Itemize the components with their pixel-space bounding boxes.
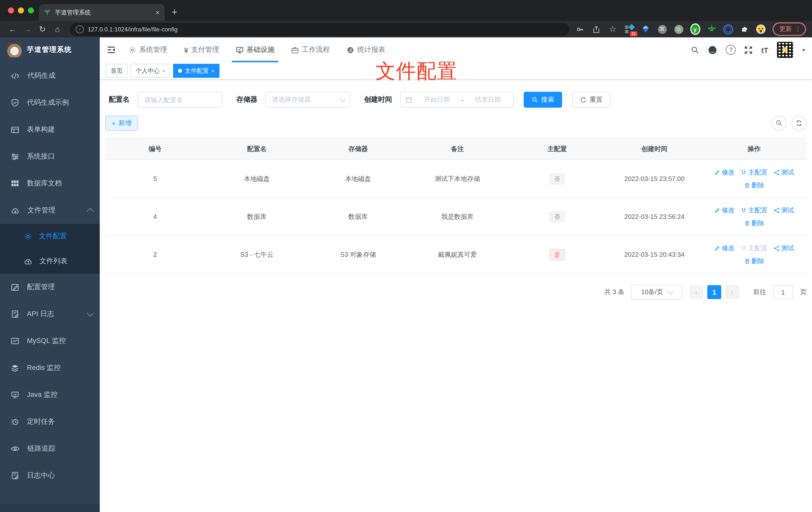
sidebar-item-java-monitor[interactable]: Java 监控 bbox=[0, 381, 100, 408]
new-tab-button[interactable]: + bbox=[172, 6, 177, 18]
nav-item-system[interactable]: 系统管理 bbox=[129, 37, 167, 62]
tag-close-icon[interactable]: × bbox=[211, 68, 214, 74]
github-icon[interactable] bbox=[708, 45, 718, 55]
sidebar-item-file-config[interactable]: 文件配置 bbox=[0, 224, 100, 249]
home-button[interactable]: ⌂ bbox=[51, 23, 64, 36]
sidebar-item-api-log[interactable]: API 日志 bbox=[0, 301, 100, 328]
tag-file-config[interactable]: 文件配置 × bbox=[173, 64, 220, 78]
tag-home[interactable]: 首页 bbox=[106, 64, 128, 78]
extension-dot-icon[interactable] bbox=[674, 24, 684, 34]
prev-page-button[interactable]: ‹ bbox=[689, 285, 703, 299]
minimize-window-button[interactable] bbox=[18, 7, 24, 13]
goto-page-input[interactable] bbox=[773, 285, 793, 299]
search-icon[interactable] bbox=[691, 46, 699, 54]
address-bar[interactable]: i 127.0.0.1:1024/infra/file/file-config bbox=[70, 23, 569, 36]
fullscreen-icon[interactable] bbox=[745, 46, 753, 54]
nav-item-payment[interactable]: ¥ 支付管理 bbox=[184, 37, 219, 62]
reset-button[interactable]: 重置 bbox=[572, 92, 610, 108]
avatar[interactable] bbox=[777, 41, 794, 58]
hamburger-icon bbox=[107, 46, 116, 54]
gear-icon bbox=[129, 46, 136, 54]
extension-y-icon[interactable]: y bbox=[690, 24, 700, 34]
refresh-icon bbox=[580, 96, 586, 103]
reload-button[interactable]: ↻ bbox=[36, 23, 49, 36]
favicon-plant-icon bbox=[44, 9, 51, 16]
config-name-input[interactable] bbox=[138, 92, 223, 108]
extension-tabs-icon[interactable]: 11 bbox=[624, 24, 634, 34]
sidebar-item-log-center[interactable]: 日志中心 bbox=[0, 462, 100, 489]
sidebar-item-file-list[interactable]: 文件列表 bbox=[0, 249, 100, 274]
password-key-icon[interactable] bbox=[575, 24, 585, 34]
bookmark-star-icon[interactable]: ☆ bbox=[608, 24, 618, 34]
delete-button[interactable]: 删除 bbox=[744, 219, 764, 228]
logo-avatar bbox=[7, 42, 22, 57]
extension-gem-icon[interactable] bbox=[641, 24, 651, 34]
nav-item-workflow[interactable]: 工作流程 bbox=[292, 37, 330, 62]
app-logo[interactable]: 芋道管理系统 bbox=[0, 37, 100, 62]
back-button[interactable]: ← bbox=[6, 23, 19, 36]
sidebar-item-code-gen[interactable]: 代码生成 bbox=[0, 62, 100, 89]
sidebar-item-file-management[interactable]: 文件管理 bbox=[0, 197, 100, 224]
maximize-window-button[interactable] bbox=[28, 7, 34, 13]
show-search-button[interactable] bbox=[772, 116, 787, 131]
add-button[interactable]: + 新增 bbox=[105, 116, 138, 131]
sidebar-item-redis-monitor[interactable]: Redis 监控 bbox=[0, 355, 100, 381]
sidebar-item-tracing[interactable]: 链路追踪 bbox=[0, 435, 100, 462]
update-label: 更新 bbox=[779, 25, 792, 33]
tag-close-icon[interactable]: × bbox=[162, 68, 165, 74]
refresh-table-button[interactable] bbox=[791, 116, 807, 131]
test-button[interactable]: 测试 bbox=[774, 206, 794, 215]
sidebar-item-db-doc[interactable]: 数据库文档 bbox=[0, 170, 100, 197]
test-button[interactable]: 测试 bbox=[774, 168, 794, 177]
plus-icon: + bbox=[112, 119, 115, 127]
test-button[interactable]: 测试 bbox=[774, 244, 794, 252]
date-range-picker[interactable]: 开始日期 - 结束日期 bbox=[400, 92, 514, 108]
sidebar-item-system-api[interactable]: 系统接口 bbox=[0, 143, 100, 170]
sidebar-item-config-management[interactable]: 配置管理 bbox=[0, 274, 100, 301]
browser-update-button[interactable]: 更新 ⋮ bbox=[772, 23, 806, 36]
window-controls[interactable] bbox=[8, 7, 34, 13]
master-config-button[interactable]: 主配置 bbox=[741, 168, 767, 177]
extension-puzzle-icon[interactable] bbox=[740, 24, 749, 34]
sidebar-item-code-gen-demo[interactable]: 代码生成示例 bbox=[0, 89, 100, 116]
page-size-select[interactable]: 10条/页 bbox=[632, 285, 682, 300]
site-info-icon[interactable]: i bbox=[76, 25, 84, 33]
nav-item-infrastructure[interactable]: 基础设施 bbox=[236, 37, 274, 62]
sidebar-item-form-builder[interactable]: 表单构建 bbox=[0, 116, 100, 143]
table-row: 5 本地磁盘 本地磁盘 测试下本地存储 否 2022-03-15 23:57:0… bbox=[105, 160, 807, 198]
font-size-icon[interactable]: tT bbox=[761, 46, 768, 54]
extension-emoji-icon[interactable] bbox=[756, 24, 766, 34]
extension-command-icon[interactable]: ⌘ bbox=[657, 24, 667, 34]
help-icon[interactable]: ? bbox=[726, 45, 736, 55]
edit-button[interactable]: 修改 bbox=[714, 206, 735, 215]
browser-tab-bar: 芋道管理系统 × + bbox=[0, 0, 812, 21]
search-button[interactable]: 搜索 bbox=[524, 92, 562, 108]
delete-button[interactable]: 删除 bbox=[744, 181, 764, 190]
page-number-button[interactable]: 1 bbox=[707, 285, 721, 299]
tab-close-icon[interactable]: × bbox=[155, 8, 160, 17]
extension-swirl-icon[interactable] bbox=[723, 24, 733, 34]
next-page-button[interactable]: › bbox=[725, 285, 739, 299]
trash-icon bbox=[744, 258, 750, 264]
edit-button[interactable]: 修改 bbox=[714, 244, 735, 252]
avatar-caret-icon[interactable]: ▾ bbox=[802, 47, 805, 53]
delete-button[interactable]: 删除 bbox=[744, 257, 764, 266]
forward-button[interactable]: → bbox=[21, 23, 34, 36]
filter-time-label: 创建时间 bbox=[364, 95, 392, 104]
yen-icon: ¥ bbox=[184, 46, 188, 54]
trash-icon bbox=[744, 220, 750, 226]
share-icon[interactable] bbox=[591, 24, 601, 34]
browser-tab[interactable]: 芋道管理系统 × bbox=[39, 4, 165, 21]
storage-select[interactable]: 请选择存储器 bbox=[265, 92, 350, 108]
sidebar-item-scheduled-tasks[interactable]: 定时任务 bbox=[0, 408, 100, 435]
file-management-submenu: 文件配置 文件列表 bbox=[0, 224, 100, 274]
master-config-button[interactable]: 主配置 bbox=[741, 206, 767, 215]
collapse-sidebar-button[interactable] bbox=[107, 46, 116, 54]
pagination: 共 3 条 10条/页 ‹ 1 › 前往 页 bbox=[105, 285, 807, 300]
extension-star-icon[interactable] bbox=[706, 24, 717, 34]
tag-profile[interactable]: 个人中心 × bbox=[131, 64, 170, 78]
sidebar-item-mysql-monitor[interactable]: MySQL 监控 bbox=[0, 328, 100, 355]
edit-button[interactable]: 修改 bbox=[714, 168, 735, 177]
browser-menu-icon[interactable]: ⋮ bbox=[795, 25, 801, 33]
close-window-button[interactable] bbox=[8, 7, 14, 13]
